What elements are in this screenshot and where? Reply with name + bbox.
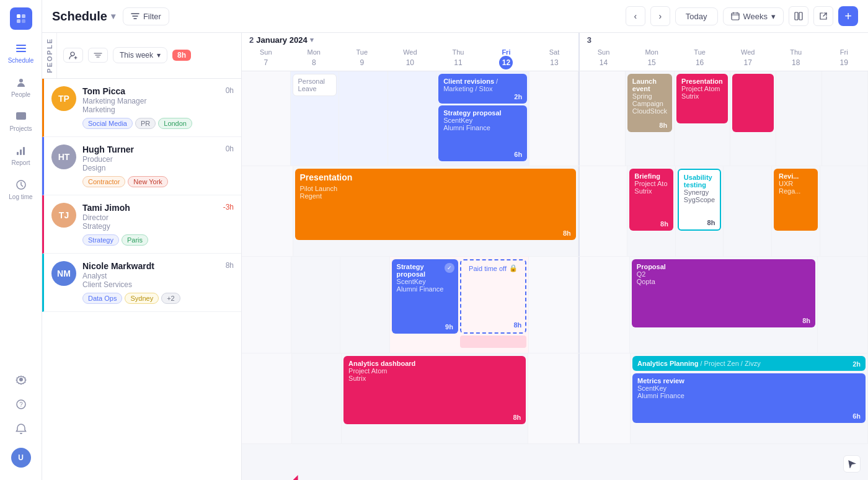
event-presentation-cont[interactable] (732, 74, 774, 132)
calendar-area: 2 January 2024 ▾ Sun 7 Mon 8 (242, 33, 868, 480)
nicole-tue9-fri12: Analytics dashboard Project Atom Sutrix … (342, 353, 528, 443)
layout-button[interactable] (789, 6, 808, 26)
filter-button[interactable]: Filter (123, 7, 169, 25)
sidebar-item-notifications[interactable] (11, 418, 31, 440)
svg-rect-11 (23, 147, 25, 155)
hugh-thu18: Revi... UXR Rega... (772, 166, 820, 256)
person-row-tom: TP Tom Picca Marketing Manager Marketing… (42, 79, 241, 137)
tom-sat13 (529, 71, 578, 166)
person-tags-tami: Strategy Paris (82, 234, 217, 246)
tami-tue9 (340, 257, 390, 353)
app-logo[interactable] (10, 7, 32, 30)
hugh-sun14 (580, 166, 628, 256)
svg-rect-17 (799, 12, 802, 20)
sidebar-item-people[interactable]: People (0, 71, 42, 103)
event-briefing-hugh[interactable]: Briefing Project Ato Sutrix 8h (629, 169, 673, 231)
add-button[interactable]: + (838, 6, 858, 26)
svg-rect-0 (17, 14, 20, 18)
sidebar-item-logtime[interactable]: Log time (0, 174, 42, 205)
calendar-rows: Personal Leave Cli (242, 71, 868, 480)
person-hours-hugh: 0h (226, 144, 234, 153)
event-presentation-hugh[interactable]: Presentation Pilot Launch Regent 8h (295, 169, 576, 240)
hugh-wed17 (724, 166, 772, 256)
svg-rect-15 (732, 13, 739, 20)
sidebar-item-avatar[interactable]: U (11, 443, 31, 473)
person-hours-tami: -3h (223, 203, 234, 211)
cursor-icon (843, 455, 861, 473)
sort-icon (94, 51, 102, 60)
event-launch-event[interactable]: Launch event Spring Campaign CloudStock … (627, 74, 672, 132)
person-role-tami: Director (82, 213, 217, 222)
sidebar-item-schedule[interactable]: Schedule (0, 37, 42, 69)
tag-strategy: Strategy (82, 234, 119, 246)
sidebar-logtime-label: Log time (9, 193, 32, 200)
event-paid-time-off[interactable]: Paid time off 🔒 8h (460, 259, 526, 334)
sort-button[interactable] (88, 48, 108, 63)
calendar-row-tom: Personal Leave Cli (242, 71, 868, 166)
tami-fri19 (818, 257, 868, 353)
day-header-thu18: Thu 18 (772, 47, 820, 71)
event-client-revisions[interactable]: Client revisions / Marketing / Stox 2h (438, 74, 527, 104)
tag-plus2: +2 (161, 293, 180, 304)
day-header-fri19: Fri 19 (820, 47, 869, 71)
hours-badge: 8h (172, 50, 191, 61)
this-week-button[interactable]: This week ▾ (113, 47, 167, 63)
sidebar-report-label: Report (11, 159, 30, 166)
calendar-icon (731, 12, 740, 20)
person-name-tami: Tami Jimoh (82, 203, 217, 213)
tom-mon15: Launch event Spring Campaign CloudStock … (626, 71, 675, 166)
tom-fri19 (822, 71, 868, 166)
external-button[interactable] (813, 6, 833, 26)
svg-point-18 (71, 52, 74, 56)
event-usability-testing[interactable]: Usability testing Synergy SygScope 8h (678, 169, 722, 231)
month-label[interactable]: January 2024 (256, 35, 307, 45)
tami-mon15-thu18: Proposal Q2 Qopta 8h (630, 257, 818, 353)
event-strategy-proposal-tom[interactable]: Strategy proposal ScentKey Alumni Financ… (438, 105, 527, 161)
hugh-mon8-sat13: Presentation Pilot Launch Regent 8h (293, 166, 578, 256)
event-revi-partial[interactable]: Revi... UXR Rega... (774, 169, 818, 231)
sidebar-item-help[interactable]: ? (11, 393, 31, 416)
person-dept-nicole: Client Services (82, 280, 219, 289)
event-personal-leave[interactable]: Personal Leave (293, 74, 337, 96)
tag-sydney: Sydney (125, 293, 159, 304)
add-person-icon (69, 51, 78, 60)
calendar-row-nicole: Analytics dashboard Project Atom Sutrix … (242, 353, 868, 444)
calendar-row-hugh: Presentation Pilot Launch Regent 8h (242, 166, 868, 257)
person-tags-nicole: Data Ops Sydney +2 (82, 293, 219, 304)
sidebar-item-settings[interactable] (11, 368, 31, 391)
person-tags-hugh: Contractor New York (82, 176, 219, 187)
event-analytics-dashboard[interactable]: Analytics dashboard Project Atom Sutrix … (343, 356, 526, 424)
hugh-sun7 (242, 166, 293, 256)
weeks-button[interactable]: Weeks ▾ (723, 7, 784, 25)
prev-button[interactable]: ‹ (626, 6, 645, 26)
tag-paris: Paris (122, 234, 148, 246)
sidebar-people-label: People (11, 91, 30, 98)
event-analytics-planning[interactable]: Analytics Planning / Project Zen / Zivzy… (632, 356, 866, 371)
external-icon (819, 12, 828, 20)
avatar-hugh: HT (51, 144, 76, 169)
today-button[interactable]: Today (675, 7, 718, 25)
sidebar-item-projects[interactable]: Projects (0, 105, 42, 137)
tag-pr: PR (135, 118, 156, 129)
event-presentation-tom[interactable]: Presentation Project Atom Sutrix (676, 74, 728, 123)
sidebar: Schedule People Projects Report Log time… (0, 0, 42, 480)
tom-tue9 (339, 71, 388, 166)
event-metrics-review[interactable]: Metrics review ScentKey Alumni Finance 6… (632, 373, 866, 423)
svg-rect-6 (16, 51, 26, 52)
day-header-wed17: Wed 17 (724, 47, 772, 71)
svg-rect-9 (17, 152, 19, 155)
add-person-button[interactable] (63, 48, 83, 63)
tami-sat13 (529, 257, 578, 353)
day-header-thu11: Thu 11 (434, 47, 482, 71)
calendar-row-tami: Strategy proposal ScentKey Alumni Financ… (242, 257, 868, 353)
tom-mon8: Personal Leave (291, 71, 340, 166)
person-role-nicole: Analyst (82, 272, 219, 280)
day-header-sun7: Sun 7 (242, 47, 290, 71)
sidebar-item-report[interactable]: Report (0, 140, 42, 171)
sidebar-projects-label: Projects (9, 125, 32, 132)
header-right: ‹ › Today Weeks ▾ + (626, 6, 858, 26)
next-button[interactable]: › (650, 6, 670, 26)
svg-rect-5 (16, 48, 26, 49)
event-strategy-proposal-tami[interactable]: Strategy proposal ScentKey Alumni Financ… (392, 259, 458, 334)
event-proposal-q2[interactable]: Proposal Q2 Qopta 8h (632, 259, 815, 327)
